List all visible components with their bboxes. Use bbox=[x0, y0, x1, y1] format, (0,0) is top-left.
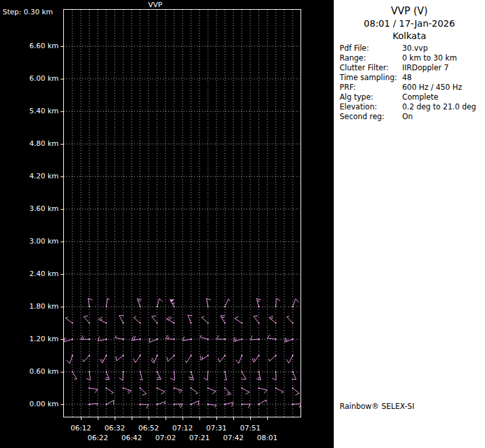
x-tick-label: 08:01 bbox=[252, 434, 282, 442]
x-tick-label: 07:51 bbox=[235, 424, 265, 432]
info-field-value: On bbox=[402, 112, 413, 121]
y-tick-label: 3.60 km bbox=[0, 204, 59, 213]
wind-profile-plot bbox=[63, 9, 301, 417]
y-tick-label: 1.20 km bbox=[0, 335, 59, 343]
info-field-label: Elevation: bbox=[340, 102, 377, 111]
vendor-footer: Rainbow® SELEX-SI bbox=[340, 402, 415, 411]
y-tick-label: 0.60 km bbox=[0, 367, 59, 376]
vvp-plot-panel: Step: 0.30 km VVP 6.60 km6.00 km5.40 km4… bbox=[0, 0, 334, 448]
info-field-label: Clutter Filter: bbox=[340, 63, 389, 72]
info-field-row: Pdf File:30.vvp bbox=[334, 44, 485, 53]
x-tick-mark bbox=[98, 417, 98, 420]
y-tick-label: 6.00 km bbox=[0, 74, 59, 83]
info-field-label: Range: bbox=[340, 53, 366, 63]
y-tick-mark bbox=[61, 46, 63, 47]
x-tick-mark bbox=[199, 417, 200, 420]
x-tick-label: 06:22 bbox=[83, 434, 113, 442]
info-field-value: 0.2 deg to 21.0 deg bbox=[402, 102, 476, 111]
x-tick-mark bbox=[216, 417, 217, 420]
x-tick-mark bbox=[166, 417, 166, 420]
site-name: Kolkata bbox=[334, 31, 485, 41]
y-tick-label: 4.80 km bbox=[0, 139, 59, 148]
y-tick-mark bbox=[61, 404, 63, 405]
x-tick-mark bbox=[81, 417, 81, 420]
y-tick-mark bbox=[61, 274, 63, 275]
info-field-row: Elevation:0.2 deg to 21.0 deg bbox=[334, 102, 485, 112]
y-tick-mark bbox=[61, 176, 63, 177]
info-field-row: Second reg:On bbox=[334, 112, 485, 122]
product-title: VVP (V) bbox=[334, 5, 485, 17]
info-field-value: 48 bbox=[402, 73, 412, 82]
y-tick-mark bbox=[61, 209, 63, 210]
info-panel: VVP (V) 08:01 / 17-Jan-2026 Kolkata Pdf … bbox=[334, 0, 485, 448]
info-field-label: Alg type: bbox=[340, 92, 374, 102]
y-tick-mark bbox=[61, 79, 63, 79]
y-tick-mark bbox=[61, 339, 63, 340]
info-field-label: Pdf File: bbox=[340, 44, 369, 53]
y-tick-mark bbox=[61, 307, 63, 307]
x-tick-label: 07:12 bbox=[168, 424, 198, 432]
info-field-row: Range:0 km to 30 km bbox=[334, 53, 485, 63]
y-tick-mark bbox=[61, 372, 63, 372]
y-tick-label: 6.60 km bbox=[0, 42, 59, 50]
plot-title: VVP bbox=[0, 1, 310, 9]
info-field-value: Complete bbox=[402, 92, 438, 102]
y-tick-label: 3.00 km bbox=[0, 237, 59, 245]
x-tick-label: 07:31 bbox=[201, 424, 231, 432]
metadata-fields: Pdf File:30.vvpRange:0 km to 30 kmClutte… bbox=[334, 44, 485, 122]
info-field-value: 0 km to 30 km bbox=[402, 53, 457, 63]
scan-datetime: 08:01 / 17-Jan-2026 bbox=[334, 18, 485, 29]
info-field-row: Clutter Filter:IIRDoppler 7 bbox=[334, 63, 485, 73]
x-tick-mark bbox=[183, 417, 183, 420]
y-tick-label: 4.20 km bbox=[0, 172, 59, 180]
info-field-label: Second reg: bbox=[340, 112, 385, 121]
x-tick-label: 06:12 bbox=[66, 424, 96, 432]
y-tick-mark bbox=[61, 242, 63, 242]
y-tick-label: 2.40 km bbox=[0, 270, 59, 278]
info-field-row: PRF:600 Hz / 450 Hz bbox=[334, 83, 485, 92]
x-tick-mark bbox=[250, 417, 251, 420]
x-tick-mark bbox=[267, 417, 268, 420]
y-tick-mark bbox=[61, 111, 63, 112]
x-tick-label: 06:32 bbox=[100, 424, 130, 432]
info-field-label: Time sampling: bbox=[340, 73, 397, 82]
info-field-value: 600 Hz / 450 Hz bbox=[402, 83, 462, 92]
x-tick-mark bbox=[233, 417, 234, 420]
wind-barb-chart bbox=[63, 9, 301, 417]
x-tick-label: 07:42 bbox=[218, 434, 248, 442]
x-tick-label: 07:02 bbox=[151, 434, 181, 442]
info-field-value: 30.vvp bbox=[402, 44, 428, 53]
info-field-row: Time sampling:48 bbox=[334, 73, 485, 83]
info-field-value: IIRDoppler 7 bbox=[402, 63, 448, 72]
y-tick-label: 0.00 km bbox=[0, 400, 59, 408]
x-tick-mark bbox=[115, 417, 115, 420]
x-tick-mark bbox=[149, 417, 149, 420]
y-tick-label: 5.40 km bbox=[0, 107, 59, 115]
x-tick-mark bbox=[132, 417, 132, 420]
info-field-label: PRF: bbox=[340, 83, 356, 92]
info-field-row: Alg type:Complete bbox=[334, 92, 485, 102]
x-tick-label: 07:21 bbox=[184, 434, 214, 442]
y-tick-label: 1.80 km bbox=[0, 302, 59, 311]
x-tick-label: 06:42 bbox=[117, 434, 147, 442]
y-tick-mark bbox=[61, 144, 63, 145]
x-tick-label: 06:52 bbox=[134, 424, 164, 432]
